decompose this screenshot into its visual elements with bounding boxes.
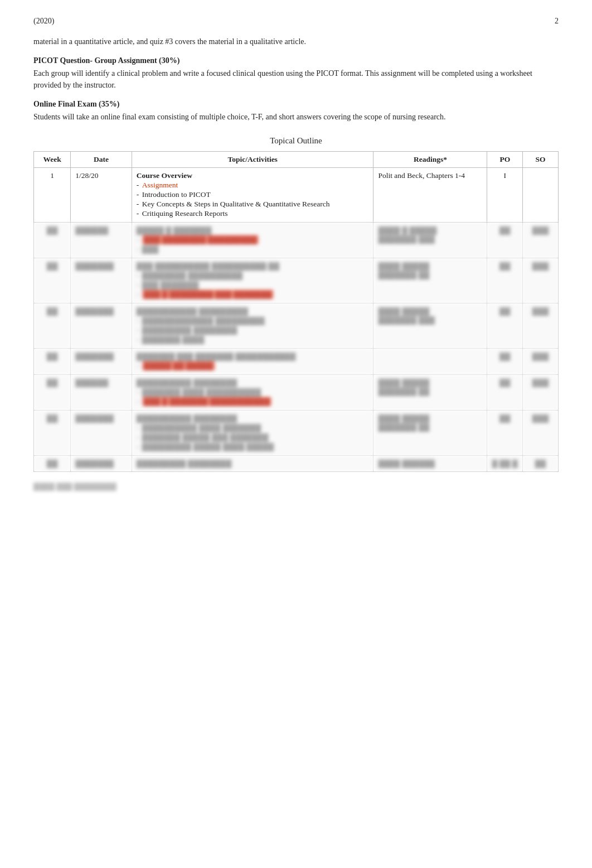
quantitative-note-body: material in a quantitative article, and … — [33, 36, 559, 47]
col-header-readings: Readings* — [373, 152, 487, 168]
cell-readings — [373, 349, 487, 375]
list-item: ▓▓▓▓▓▓▓ ▓▓▓▓ — [137, 335, 369, 344]
cell-po: ▓▓ — [487, 223, 523, 258]
cell-topic: ▓▓▓▓▓▓▓▓▓▓▓ ▓▓▓▓▓▓▓▓▓▓▓▓▓▓▓▓▓▓▓▓▓▓ ▓▓▓▓▓… — [132, 303, 373, 349]
list-item: Assignment — [137, 181, 369, 190]
cell-so: ▓▓▓ — [523, 375, 559, 411]
topical-outline-table: Week Date Topic/Activities Readings* PO … — [33, 151, 559, 472]
cell-po: ▓▓ — [487, 303, 523, 349]
cell-po: I — [487, 168, 523, 223]
list-item: ▓▓▓ ▓▓▓▓▓▓▓▓ ▓▓▓▓▓▓▓▓▓ — [137, 235, 369, 244]
cell-date: ▓▓▓▓▓▓▓ — [71, 456, 132, 472]
list-item: ▓▓▓ ▓ ▓▓▓▓▓▓▓▓ ▓▓▓ ▓▓▓▓▓▓▓ — [137, 290, 369, 299]
list-item: ▓▓▓▓▓▓▓▓▓▓▓▓▓ ▓▓▓▓▓▓▓▓▓ — [137, 316, 369, 325]
highlight-red-text: ▓▓▓ ▓ ▓▓▓▓▓▓▓▓ ▓▓▓ ▓▓▓▓▓▓▓ — [142, 290, 274, 299]
list-item: ▓▓▓▓▓▓▓▓▓ ▓▓▓▓▓ ▓▓▓▓ ▓▓▓▓▓ — [137, 442, 369, 451]
page-header: (2020) 2 — [33, 17, 559, 26]
cell-date: ▓▓▓▓▓▓▓ — [71, 349, 132, 375]
cell-date: ▓▓▓▓▓▓ — [71, 375, 132, 411]
list-item: ▓▓▓ ▓ ▓▓▓▓▓▓▓ ▓▓▓▓▓▓▓▓▓▓▓ — [137, 397, 369, 406]
list-item: ▓▓▓ — [137, 245, 369, 254]
topic-list: ▓▓▓▓▓▓▓▓ ▓▓▓▓▓▓▓▓▓▓▓▓▓ ▓▓▓▓▓▓▓▓▓▓ ▓ ▓▓▓▓… — [137, 271, 369, 299]
cell-date: ▓▓▓▓▓▓▓ — [71, 258, 132, 303]
list-item: ▓▓▓▓▓▓▓ ▓▓▓▓ ▓▓▓▓▓▓▓▓▓▓ — [137, 388, 369, 397]
cell-readings: ▓▓▓▓ ▓ ▓▓▓▓▓ ▓▓▓▓▓▓▓ ▓▓▓ — [373, 223, 487, 258]
cell-week: ▓▓ — [34, 223, 71, 258]
cell-so: ▓▓▓ — [523, 223, 559, 258]
final-exam-body: Students will take an online final exam … — [33, 111, 559, 123]
list-item: ▓▓▓▓▓ ▓▓ ▓▓▓▓▓ — [137, 361, 369, 370]
table-row: ▓▓▓▓▓▓▓▓▓▓▓▓▓▓▓▓▓▓ ▓▓▓▓▓▓▓▓▓▓▓▓▓▓▓ ▓▓▓▓ … — [34, 375, 559, 411]
table-footer: ▓▓▓▓ ▓▓▓ ▓▓▓▓▓▓▓▓ — [33, 482, 559, 491]
cell-topic: Course OverviewAssignmentIntroduction to… — [132, 168, 373, 223]
picot-title: PICOT Question- Group Assignment (30%) — [33, 56, 559, 65]
topic-title: ▓▓▓▓▓▓▓▓▓▓▓ ▓▓▓▓▓▓▓▓▓ — [137, 307, 369, 316]
cell-topic: ▓▓▓▓▓▓▓▓▓ ▓▓▓▓▓▓▓▓ — [132, 456, 373, 472]
list-item: ▓▓▓▓▓▓▓ ▓▓▓▓▓ ▓▓▓ ▓▓▓▓▓▓▓ — [137, 433, 369, 442]
topic-list: ▓▓▓▓▓ ▓▓ ▓▓▓▓▓ — [137, 361, 369, 370]
cell-so — [523, 168, 559, 223]
cell-readings: ▓▓▓▓ ▓▓▓▓▓▓ — [373, 456, 487, 472]
cell-so: ▓▓ — [523, 456, 559, 472]
list-item: ▓▓▓▓▓▓▓▓ ▓▓▓▓▓▓▓▓▓▓ — [137, 271, 369, 280]
cell-week: ▓▓ — [34, 375, 71, 411]
topic-title: ▓▓▓▓▓▓▓▓▓▓ ▓▓▓▓▓▓▓▓ — [137, 414, 369, 423]
topic-title: ▓▓▓▓▓ ▓ ▓▓▓▓▓▓▓ — [137, 226, 369, 235]
col-header-date: Date — [71, 152, 132, 168]
col-header-so: SO — [523, 152, 559, 168]
assignment-link[interactable]: Assignment — [142, 181, 178, 189]
cell-so: ▓▓▓ — [523, 411, 559, 456]
cell-po: ▓▓ — [487, 375, 523, 411]
page-header-left: (2020) — [33, 17, 54, 26]
cell-topic: ▓▓▓▓▓▓▓ ▓▓▓ ▓▓▓▓▓▓▓ ▓▓▓▓▓▓▓▓▓▓▓▓▓▓▓▓ ▓▓ … — [132, 349, 373, 375]
cell-readings: ▓▓▓▓ ▓▓▓▓▓ ▓▓▓▓▓▓▓ ▓▓ — [373, 375, 487, 411]
cell-so: ▓▓▓ — [523, 258, 559, 303]
cell-topic: ▓▓▓ ▓▓▓▓▓▓▓▓▓▓ ▓▓▓▓▓▓▓▓▓▓ ▓▓▓▓▓▓▓▓▓▓ ▓▓▓… — [132, 258, 373, 303]
topic-list: ▓▓▓ ▓▓▓▓▓▓▓▓ ▓▓▓▓▓▓▓▓▓▓▓▓ — [137, 235, 369, 254]
cell-po: ▓ ▓▓ ▓ — [487, 456, 523, 472]
table-row: ▓▓▓▓▓▓▓▓▓▓▓▓▓▓▓▓▓▓▓▓ ▓▓▓▓▓▓▓▓▓▓▓▓▓▓▓▓▓▓▓… — [34, 303, 559, 349]
cell-week: 1 — [34, 168, 71, 223]
topic-title: ▓▓▓▓▓▓▓▓▓▓ ▓▓▓▓▓▓▓▓ — [137, 378, 369, 387]
cell-date: ▓▓▓▓▓▓▓ — [71, 303, 132, 349]
col-header-po: PO — [487, 152, 523, 168]
topic-list: AssignmentIntroduction to PICOTKey Conce… — [137, 181, 369, 218]
cell-week: ▓▓ — [34, 303, 71, 349]
cell-date: 1/28/20 — [71, 168, 132, 223]
cell-date: ▓▓▓▓▓▓▓ — [71, 411, 132, 456]
cell-topic: ▓▓▓▓▓ ▓ ▓▓▓▓▓▓▓▓▓▓ ▓▓▓▓▓▓▓▓ ▓▓▓▓▓▓▓▓▓▓▓▓ — [132, 223, 373, 258]
list-item: ▓▓▓▓▓▓▓▓▓▓ ▓▓▓▓ ▓▓▓▓▓▓▓ — [137, 423, 369, 432]
cell-readings: ▓▓▓▓ ▓▓▓▓▓ ▓▓▓▓▓▓▓ ▓▓▓ — [373, 303, 487, 349]
cell-so: ▓▓▓ — [523, 349, 559, 375]
highlight-red-text: ▓▓▓ ▓ ▓▓▓▓▓▓▓ ▓▓▓▓▓▓▓▓▓▓▓ — [142, 397, 272, 406]
cell-so: ▓▓▓ — [523, 303, 559, 349]
list-item: Introduction to PICOT — [137, 190, 369, 199]
topic-title: Course Overview — [137, 171, 369, 180]
final-exam-title: Online Final Exam (35%) — [33, 100, 559, 109]
topic-list: ▓▓▓▓▓▓▓▓▓▓▓▓▓ ▓▓▓▓▓▓▓▓▓▓▓▓▓▓▓▓▓▓ ▓▓▓▓▓▓▓… — [137, 316, 369, 344]
cell-week: ▓▓ — [34, 258, 71, 303]
cell-readings: ▓▓▓▓ ▓▓▓▓▓ ▓▓▓▓▓▓▓ ▓▓ — [373, 411, 487, 456]
table-row: ▓▓▓▓▓▓▓▓▓▓▓▓▓▓▓▓ ▓▓▓ ▓▓▓▓▓▓▓ ▓▓▓▓▓▓▓▓▓▓▓… — [34, 349, 559, 375]
table-header-row: Week Date Topic/Activities Readings* PO … — [34, 152, 559, 168]
list-item: ▓▓▓ ▓▓▓▓▓▓▓ — [137, 281, 369, 290]
picot-body: Each group will identify a clinical prob… — [33, 67, 559, 91]
col-header-week: Week — [34, 152, 71, 168]
topical-outline-title: Topical Outline — [33, 136, 559, 146]
table-row: ▓▓▓▓▓▓▓▓▓▓▓▓▓ ▓ ▓▓▓▓▓▓▓▓▓▓ ▓▓▓▓▓▓▓▓ ▓▓▓▓… — [34, 223, 559, 258]
cell-readings: ▓▓▓▓ ▓▓▓▓▓ ▓▓▓▓▓▓▓ ▓▓ — [373, 258, 487, 303]
cell-po: ▓▓ — [487, 349, 523, 375]
final-exam-section: Online Final Exam (35%) Students will ta… — [33, 100, 559, 123]
topic-title: ▓▓▓ ▓▓▓▓▓▓▓▓▓▓ ▓▓▓▓▓▓▓▓▓▓ ▓▓ — [137, 262, 369, 271]
topic-title: ▓▓▓▓▓▓▓ ▓▓▓ ▓▓▓▓▓▓▓ ▓▓▓▓▓▓▓▓▓▓▓ — [137, 352, 369, 361]
list-item: ▓▓▓▓▓▓▓▓▓ ▓▓▓▓▓▓▓▓ — [137, 326, 369, 335]
cell-week: ▓▓ — [34, 349, 71, 375]
list-item: Key Concepts & Steps in Qualitative & Qu… — [137, 200, 369, 209]
topic-list: ▓▓▓▓▓▓▓ ▓▓▓▓ ▓▓▓▓▓▓▓▓▓▓▓▓▓ ▓ ▓▓▓▓▓▓▓ ▓▓▓… — [137, 388, 369, 406]
page-header-right: 2 — [555, 17, 559, 26]
cell-po: ▓▓ — [487, 258, 523, 303]
highlight-red-text: ▓▓▓ ▓▓▓▓▓▓▓▓ ▓▓▓▓▓▓▓▓▓ — [142, 235, 259, 244]
cell-week: ▓▓ — [34, 456, 71, 472]
table-row: ▓▓▓▓▓▓▓▓▓▓▓▓▓▓▓▓▓▓▓ ▓▓▓▓▓▓▓▓▓▓▓▓▓▓▓▓▓▓ ▓… — [34, 411, 559, 456]
cell-topic: ▓▓▓▓▓▓▓▓▓▓ ▓▓▓▓▓▓▓▓▓▓▓▓▓▓▓▓▓▓ ▓▓▓▓ ▓▓▓▓▓… — [132, 411, 373, 456]
